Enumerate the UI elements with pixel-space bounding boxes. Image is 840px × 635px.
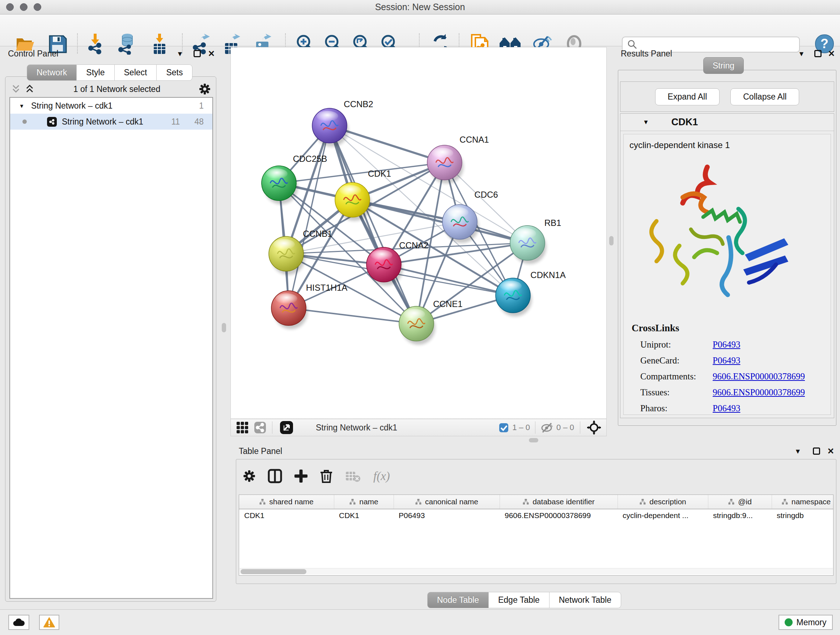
node-table: shared namenamecanonical namedatabase id… [239, 494, 834, 576]
table-cell[interactable]: stringdb [772, 511, 834, 520]
results-panel-menu-arrow-icon[interactable]: ▼ [798, 50, 805, 57]
crosslink-label: Tissues: [640, 387, 713, 397]
detach-view-icon[interactable] [279, 421, 294, 434]
table-panel-header: Table Panel ▼ ✕ [239, 446, 836, 456]
column-header-shared-name[interactable]: shared name [239, 495, 334, 509]
tab-select[interactable]: Select [115, 65, 157, 81]
control-panel-menu-arrow-icon[interactable]: ▼ [177, 50, 183, 57]
left-splitter-handle[interactable] [222, 323, 226, 333]
node-CCNB2[interactable]: CCNB2 [312, 99, 373, 147]
delete-column-trash-icon[interactable] [320, 469, 333, 483]
main-toolbar: ? [0, 14, 840, 46]
crosslink-link[interactable]: P06493 [713, 403, 740, 413]
control-panel-float-icon[interactable] [194, 50, 201, 57]
network-graph[interactable]: CCNB2CCNA1CDC25BCDK1CDC6RB1CCNB1CCNA2CDK… [231, 48, 606, 418]
results-panel-float-icon[interactable] [814, 50, 821, 57]
crosslink-link[interactable]: P06493 [713, 356, 740, 366]
cloud-button[interactable] [8, 615, 29, 630]
node-label-CDC25B: CDC25B [293, 154, 327, 164]
node-CDK1[interactable]: CDK1 [335, 169, 391, 221]
warnings-button[interactable] [39, 615, 59, 630]
table-cell[interactable]: cyclin-dependent ... [617, 511, 708, 520]
application-window: Session: New Session [0, 0, 840, 635]
memory-label: Memory [796, 618, 826, 627]
results-panel-close-icon[interactable]: ✕ [828, 50, 835, 58]
selected-nodes-checkbox-icon[interactable] [499, 423, 508, 432]
table-options-gear-icon[interactable] [243, 470, 256, 482]
network-collection-label: String Network – cdk1 [31, 101, 199, 111]
node-label-CCNA2: CCNA2 [399, 241, 428, 250]
bottom-splitter-handle[interactable] [529, 438, 538, 442]
table-panel-menu-arrow-icon[interactable]: ▼ [794, 448, 801, 455]
table-cell[interactable]: CDK1 [239, 511, 334, 520]
network-type-icon [47, 117, 57, 127]
network-row[interactable]: String Network – cdk1 11 48 [10, 114, 212, 130]
network-list-toolbar: 1 of 1 Network selected [11, 82, 210, 96]
expand-all-chevrons-icon[interactable] [25, 84, 35, 94]
node-HIST1H1A[interactable]: HIST1H1A [271, 283, 347, 329]
table-panel-float-icon[interactable] [813, 448, 820, 455]
crosslink-link[interactable]: 9606.ENSP00000378699 [713, 387, 805, 397]
control-panel-close-icon[interactable]: ✕ [208, 50, 215, 58]
column-header-name[interactable]: name [334, 495, 393, 509]
edge-HIST1H1A-CCNE1[interactable] [289, 308, 416, 324]
table-cell[interactable]: stringdb:9... [708, 511, 772, 520]
node-label-CCNA1: CCNA1 [459, 135, 489, 144]
table-header-row: shared namenamecanonical namedatabase id… [239, 495, 833, 509]
collapse-all-button[interactable]: Collapse All [730, 88, 799, 105]
crosslink-label: GeneCard: [640, 356, 713, 366]
hidden-eye-slash-icon [540, 422, 554, 433]
memory-button[interactable]: Memory [778, 615, 833, 630]
right-splitter-handle[interactable] [609, 236, 614, 245]
collapse-all-chevrons-icon[interactable] [11, 84, 21, 94]
expand-all-button[interactable]: Expand All [655, 88, 720, 105]
column-header-database-identifier[interactable]: database identifier [500, 495, 617, 509]
column-header-namespace[interactable]: namespace [772, 495, 834, 509]
table-cell[interactable]: P06493 [393, 511, 500, 520]
tab-network[interactable]: Network [27, 65, 77, 81]
network-canvas[interactable]: CCNB2CCNA1CDC25BCDK1CDC6RB1CCNB1CCNA2CDK… [231, 47, 607, 419]
tab-network-table[interactable]: Network Table [549, 592, 621, 608]
crosslink-row: Pharos:P06493 [640, 403, 831, 413]
crosslink-row: GeneCard:P06493 [640, 356, 831, 366]
protein-entry-header[interactable]: ▼ CDK1 [621, 114, 834, 131]
table-cell[interactable]: 9606.ENSP00000378699 [500, 511, 617, 520]
network-list-view-icon[interactable] [254, 421, 266, 434]
crosslinks-list: Uniprot:P06493GeneCard:P06493Compartment… [640, 340, 831, 413]
network-collection-row[interactable]: ▼ String Network – cdk1 1 [10, 98, 212, 114]
network-options-gear-icon[interactable] [199, 83, 210, 95]
add-column-plus-icon[interactable] [294, 470, 308, 483]
window-title: Session: New Session [0, 2, 840, 12]
table-panel-close-icon[interactable]: ✕ [827, 447, 834, 455]
table-cell[interactable]: CDK1 [334, 511, 393, 520]
column-header-@id[interactable]: @id [708, 495, 772, 509]
crosslink-link[interactable]: P06493 [713, 340, 740, 350]
results-buttons-box: Expand All Collapse All [620, 81, 834, 112]
crosslink-link[interactable]: 9606.ENSP00000378699 [713, 371, 805, 382]
node-RB1[interactable]: RB1 [510, 218, 561, 264]
birds-eye-view-icon[interactable] [587, 420, 601, 435]
edge-CCNB2-CCNE1[interactable] [330, 126, 416, 324]
table-row[interactable]: CDK1CDK1P064939606.ENSP00000378699cyclin… [239, 509, 833, 522]
tab-edge-table[interactable]: Edge Table [489, 592, 549, 608]
tab-node-table[interactable]: Node Table [427, 592, 489, 608]
network-row-label: String Network – cdk1 [62, 117, 172, 127]
node-CDKN1A[interactable]: CDKN1A [496, 270, 566, 317]
column-header-label: namespace [791, 497, 831, 506]
search-input[interactable] [641, 40, 799, 49]
tab-style[interactable]: Style [77, 65, 114, 81]
scrollbar-thumb[interactable] [240, 569, 306, 574]
protein-entry-panel: ▼ CDK1 cyclin-dependent kinase 1 [620, 113, 834, 418]
table-horizontal-scrollbar[interactable] [240, 568, 833, 575]
tree-expand-arrow-icon[interactable]: ▼ [17, 103, 27, 109]
results-panel-title: Results Panel [621, 49, 672, 59]
show-columns-icon[interactable] [268, 469, 282, 483]
grid-view-icon[interactable] [236, 421, 249, 434]
results-tab-string[interactable]: String [703, 57, 744, 74]
column-header-canonical-name[interactable]: canonical name [393, 495, 500, 509]
column-header-description[interactable]: description [617, 495, 708, 509]
tab-sets[interactable]: Sets [156, 65, 193, 81]
node-CCNA1[interactable]: CCNA1 [427, 135, 489, 184]
table-tabbar: Node TableEdge TableNetwork Table [427, 592, 621, 608]
entry-collapse-arrow-icon[interactable]: ▼ [643, 119, 649, 126]
